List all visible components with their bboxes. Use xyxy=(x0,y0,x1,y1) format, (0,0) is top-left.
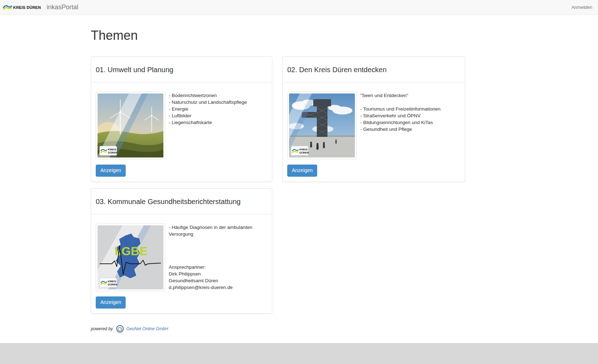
card-image-kgbe-map[interactable]: kGBE KREIS DÜREN xyxy=(96,224,165,291)
card-gesundheitsberichterstattung: 03. Kommunale Gesundheitsberichterstattu… xyxy=(91,188,272,314)
topic-item: - Tourismus und Freizeitinformationen xyxy=(360,106,441,112)
contact-line: Dirk Philippsen xyxy=(169,271,252,277)
topic-item: - Gesundheit und Pflege xyxy=(360,126,441,133)
navbar: KREIS DÜREN inkasPortal Anmelden xyxy=(0,0,598,15)
page-title: Themen xyxy=(91,15,465,43)
card-title: 02. Den Kreis Düren entdecken xyxy=(287,66,460,74)
kreis-dueren-mini-logo: KREIS DÜREN xyxy=(100,146,117,155)
app-title: inkasPortal xyxy=(47,4,78,11)
card-topic-list: "Seen und Entdecken" - Tourismus und Fre… xyxy=(360,92,441,133)
topic-description: - Häufige Diagnosen in der ambulanten Ve… xyxy=(169,224,252,237)
kreis-dueren-wave-icon xyxy=(3,3,12,12)
card-umwelt-und-planung: 01. Umwelt und Planung xyxy=(91,57,272,182)
kreis-dueren-mini-logo: KREIS DÜREN xyxy=(291,146,309,155)
card-header: 03. Kommunale Gesundheitsberichterstattu… xyxy=(91,189,272,214)
login-link[interactable]: Anmelden xyxy=(571,5,592,10)
topic-item: - Naturschutz und Landschaftspflege xyxy=(169,99,247,106)
topic-item: - Energie xyxy=(169,106,247,112)
card-topic-list: - Häufige Diagnosen in der ambulanten Ve… xyxy=(169,224,252,291)
svg-text:KREIS: KREIS xyxy=(108,148,116,151)
svg-text:KREIS: KREIS xyxy=(108,280,116,283)
powered-by-label: powered by xyxy=(91,326,113,331)
svg-text:DÜREN: DÜREN xyxy=(108,151,117,154)
svg-text:DÜREN: DÜREN xyxy=(299,151,309,154)
contact-line: Ansprechpartner: xyxy=(169,264,252,271)
card-image-wind-turbines[interactable]: KREIS DÜREN xyxy=(96,92,165,159)
contact-email: d.philippsen@kreis-dueren.de xyxy=(169,284,252,291)
card-kreis-dueren-entdecken: 02. Den Kreis Düren entdecken xyxy=(282,57,465,182)
topic-item: - Straßenverkehr und ÖPNV xyxy=(360,112,441,119)
card-intro: "Seen und Entdecken" xyxy=(360,92,441,99)
kreis-dueren-logo[interactable]: KREIS DÜREN xyxy=(3,3,41,12)
geonet-logo-icon xyxy=(116,325,124,333)
card-image-tower[interactable]: KREIS DÜREN xyxy=(287,92,357,159)
topic-item: - Bodenrichtwertzonen xyxy=(169,92,247,99)
anzeigen-button-entdecken[interactable]: Anzeigen xyxy=(287,165,317,177)
card-header: 02. Den Kreis Düren entdecken xyxy=(283,57,465,82)
contact-block: Ansprechpartner: Dirk Philippsen Gesundh… xyxy=(169,264,252,291)
card-topic-list: - Bodenrichtwertzonen - Naturschutz und … xyxy=(169,92,247,126)
geonet-link[interactable]: GeoNet Online GmbH xyxy=(126,326,168,331)
topic-item: - Luftbilder xyxy=(169,112,247,119)
card-header: 01. Umwelt und Planung xyxy=(91,57,272,82)
footer: powered by GeoNet Online GmbH xyxy=(91,325,465,343)
card-title: 03. Kommunale Gesundheitsberichterstattu… xyxy=(96,198,267,206)
topic-item: - Liegenschaftskarte xyxy=(169,119,247,126)
svg-text:DÜREN: DÜREN xyxy=(108,283,117,286)
topic-item: - Bildungseinrichtungen und KiTas xyxy=(360,119,441,126)
anzeigen-button-umwelt[interactable]: Anzeigen xyxy=(96,165,126,177)
contact-line: Gesundheitsamt Düren xyxy=(169,277,252,284)
card-title: 01. Umwelt und Planung xyxy=(96,66,267,74)
topics-grid: 01. Umwelt und Planung xyxy=(91,57,465,314)
brand-text: KREIS DÜREN xyxy=(13,5,41,10)
anzeigen-button-gesundheit[interactable]: Anzeigen xyxy=(96,296,126,309)
kreis-dueren-mini-logo: KREIS DÜREN xyxy=(100,278,117,287)
page-background: Themen 01. Umwelt und Planung xyxy=(0,15,598,343)
svg-text:KREIS: KREIS xyxy=(299,148,308,151)
